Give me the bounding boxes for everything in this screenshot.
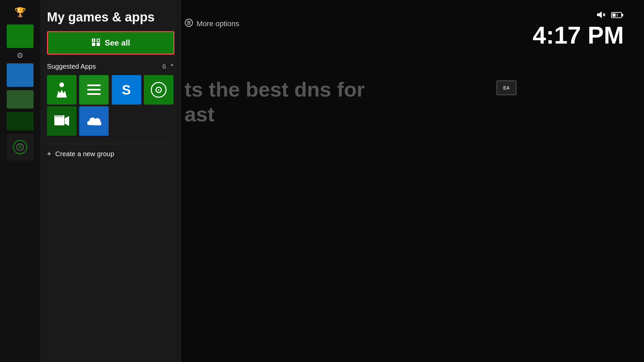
sidebar-xbox-icon[interactable]: X (7, 134, 34, 161)
svg-rect-10 (87, 84, 101, 86)
sidebar-green-tile[interactable] (7, 24, 34, 48)
see-all-label: See all (105, 38, 130, 48)
suggested-apps-header: Suggested Apps 6 ⌃ (47, 63, 174, 70)
sidebar-blue-tile[interactable] (7, 63, 34, 87)
movies-app-tile[interactable] (47, 106, 76, 136)
see-all-button[interactable]: See all (47, 31, 174, 55)
svg-rect-5 (92, 43, 95, 46)
human-figure-app-tile[interactable] (47, 75, 76, 105)
more-options-label: More options (197, 19, 239, 28)
sidebar-thumbnail-1[interactable] (7, 90, 34, 109)
svg-rect-7 (93, 39, 94, 41)
trophy-icon: 🏆 (14, 7, 26, 18)
svg-point-8 (97, 39, 99, 41)
plus-icon: + (47, 149, 51, 158)
svg-marker-27 (597, 11, 602, 18)
app-grid: S (47, 75, 174, 136)
svg-rect-31 (622, 14, 623, 16)
svg-rect-6 (97, 43, 100, 46)
sidebar-strip: 🏆 ⚙ X (0, 0, 40, 362)
ea-label: EA (503, 85, 509, 90)
create-new-group-button[interactable]: + Create a new group (47, 149, 174, 158)
chevron-up-icon[interactable]: ⌃ (169, 63, 174, 70)
svg-point-9 (59, 82, 64, 87)
svg-rect-12 (87, 93, 101, 95)
right-content-area: More options ts the best dns for ast EA (181, 0, 644, 362)
onedrive-app-tile[interactable] (79, 106, 109, 136)
more-options-icon (184, 18, 193, 29)
see-all-icon (91, 38, 101, 48)
section-divider (47, 144, 174, 144)
clock-display: 4:17 PM (533, 23, 624, 47)
svg-marker-17 (65, 116, 69, 126)
page-title: My games & apps (47, 10, 174, 24)
suggested-apps-controls: 6 ⌃ (162, 63, 174, 70)
svg-rect-11 (87, 89, 101, 90)
suggested-apps-count: 6 (162, 63, 166, 70)
main-panel: My games & apps See all Suggested Apps 6… (40, 0, 181, 362)
suggested-apps-title: Suggested Apps (47, 63, 96, 70)
background-text: ts the best dns for ast (184, 77, 365, 127)
groove-app-tile[interactable] (144, 75, 173, 105)
sidebar-thumbnail-2[interactable] (7, 112, 34, 130)
battery-icon (611, 11, 624, 21)
top-right-area: 4:17 PM (533, 10, 624, 47)
bg-text-line1: ts the best dns for (184, 77, 365, 102)
ea-badge: EA (496, 80, 517, 95)
svg-text:X: X (18, 144, 22, 150)
mute-icon (596, 10, 606, 22)
menu-app-tile[interactable] (79, 75, 109, 105)
svg-rect-16 (54, 117, 64, 125)
skype-letter: S (122, 82, 131, 98)
gear-icon[interactable]: ⚙ (17, 51, 23, 60)
more-options-button[interactable]: More options (184, 18, 239, 29)
svg-rect-32 (612, 13, 615, 17)
svg-point-15 (158, 89, 159, 90)
create-group-label: Create a new group (55, 150, 114, 158)
skype-app-tile[interactable]: S (112, 75, 141, 105)
bg-text-line2: ast (184, 102, 365, 127)
status-icons (596, 10, 624, 22)
